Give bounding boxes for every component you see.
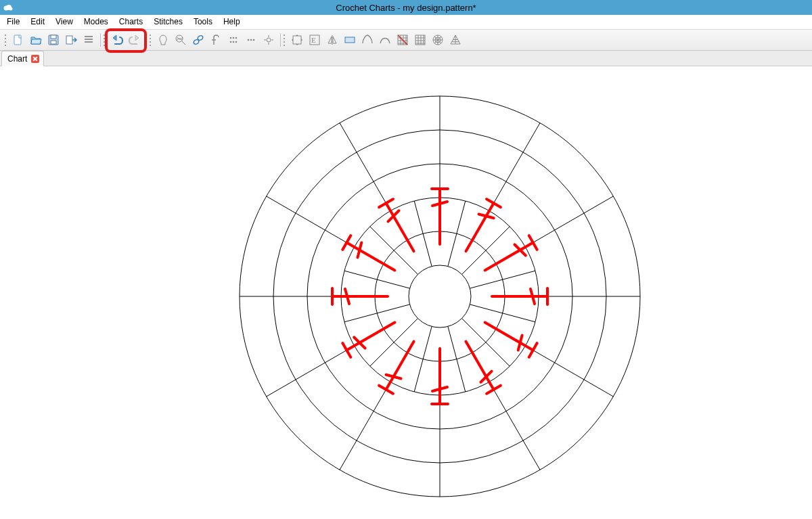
- menu-stitches[interactable]: Stitches: [148, 16, 188, 28]
- svg-text:E: E: [311, 36, 316, 44]
- toolbar-grip[interactable]: [4, 33, 8, 47]
- app-icon: [3, 2, 14, 13]
- grid-off-button[interactable]: [394, 32, 411, 48]
- svg-point-2: [9, 7, 13, 11]
- svg-line-45: [489, 123, 540, 211]
- tool-hook-button[interactable]: [208, 32, 224, 48]
- svg-line-48: [462, 319, 510, 367]
- svg-point-10: [197, 35, 204, 41]
- toolbar: E: [0, 29, 812, 51]
- svg-line-84: [342, 343, 351, 357]
- obj-scale-button[interactable]: E: [307, 32, 323, 48]
- svg-line-90: [342, 235, 351, 250]
- toolbar-grip[interactable]: [149, 33, 153, 47]
- svg-line-53: [344, 271, 410, 288]
- obj-rect-button[interactable]: [342, 32, 358, 48]
- svg-point-13: [235, 37, 238, 39]
- svg-line-72: [529, 343, 537, 357]
- svg-point-11: [230, 37, 232, 39]
- svg-line-63: [487, 199, 501, 207]
- tool-chain-button[interactable]: [190, 32, 206, 48]
- svg-point-16: [235, 41, 238, 43]
- svg-line-50: [414, 326, 432, 392]
- redo-button[interactable]: [127, 32, 143, 48]
- svg-point-29: [409, 265, 471, 328]
- svg-line-80: [386, 342, 414, 390]
- toolbar-separator: [277, 32, 281, 48]
- menu-view[interactable]: View: [50, 16, 78, 28]
- svg-point-15: [233, 41, 235, 43]
- tab-chart[interactable]: Chart: [1, 51, 44, 66]
- svg-line-43: [340, 123, 390, 211]
- svg-line-58: [470, 271, 535, 288]
- open-file-button[interactable]: [28, 32, 44, 48]
- menu-tools[interactable]: Tools: [188, 16, 218, 28]
- svg-line-89: [346, 243, 394, 271]
- menu-file[interactable]: File: [1, 16, 25, 28]
- svg-line-36: [525, 346, 613, 397]
- svg-line-71: [485, 323, 533, 351]
- list-button[interactable]: [81, 32, 97, 48]
- tab-label: Chart: [7, 54, 27, 64]
- svg-line-66: [529, 235, 537, 250]
- tool-dots2-button[interactable]: [243, 32, 259, 48]
- svg-point-20: [267, 38, 271, 42]
- svg-line-67: [515, 244, 526, 255]
- save-file-button[interactable]: [45, 32, 62, 48]
- svg-line-39: [340, 382, 390, 470]
- svg-point-17: [248, 39, 250, 41]
- svg-line-42: [267, 196, 355, 247]
- menu-edit[interactable]: Edit: [25, 16, 50, 28]
- tabbar: Chart: [0, 51, 812, 66]
- svg-rect-21: [293, 36, 301, 44]
- close-icon[interactable]: [31, 55, 39, 63]
- svg-line-85: [354, 337, 365, 348]
- svg-point-19: [253, 39, 255, 41]
- window-title: Crochet Charts - my design.pattern*: [336, 3, 476, 13]
- svg-line-56: [448, 201, 466, 267]
- tool-yarn-button[interactable]: [173, 32, 189, 48]
- svg-line-75: [487, 386, 501, 394]
- menu-modes[interactable]: Modes: [78, 16, 114, 28]
- tool-select-button[interactable]: [155, 32, 171, 48]
- toolbar-grip[interactable]: [283, 33, 287, 47]
- svg-line-51: [370, 319, 418, 367]
- obj-move-button[interactable]: [289, 32, 305, 48]
- svg-line-49: [448, 326, 466, 392]
- svg-line-82: [386, 375, 401, 379]
- svg-line-46: [525, 196, 613, 247]
- tool-cursor-button[interactable]: [261, 32, 277, 48]
- new-file-button[interactable]: [10, 32, 26, 48]
- export-button[interactable]: [63, 32, 79, 48]
- menu-charts[interactable]: Charts: [114, 16, 148, 28]
- svg-line-94: [388, 210, 399, 221]
- svg-line-81: [379, 386, 393, 394]
- toolbar-separator: [97, 32, 102, 48]
- obj-triangle-button[interactable]: [447, 32, 464, 48]
- svg-rect-6: [51, 41, 56, 44]
- svg-line-37: [489, 382, 540, 470]
- toolbar-grip[interactable]: [103, 33, 107, 47]
- obj-rosette-button[interactable]: [430, 32, 446, 48]
- undo-button[interactable]: [109, 32, 125, 48]
- menubar: File Edit View Modes Charts Stitches Too…: [0, 15, 812, 29]
- svg-point-14: [230, 41, 232, 43]
- svg-line-57: [462, 227, 510, 275]
- svg-rect-5: [51, 35, 56, 39]
- svg-line-55: [414, 201, 432, 267]
- obj-mirror-button[interactable]: [324, 32, 340, 48]
- menu-help[interactable]: Help: [218, 16, 246, 28]
- svg-line-93: [379, 199, 393, 207]
- svg-line-47: [470, 304, 535, 322]
- titlebar: Crochet Charts - my design.pattern*: [0, 0, 812, 15]
- svg-line-54: [370, 227, 418, 275]
- obj-curve1-button[interactable]: [359, 32, 376, 48]
- obj-curve2-button[interactable]: [377, 32, 393, 48]
- grid-on-button[interactable]: [412, 32, 428, 48]
- svg-line-62: [466, 203, 494, 251]
- svg-rect-3: [14, 35, 21, 45]
- svg-point-12: [233, 37, 235, 39]
- svg-line-91: [357, 242, 361, 257]
- canvas[interactable]: [0, 66, 812, 519]
- tool-dots1-button[interactable]: [225, 32, 242, 48]
